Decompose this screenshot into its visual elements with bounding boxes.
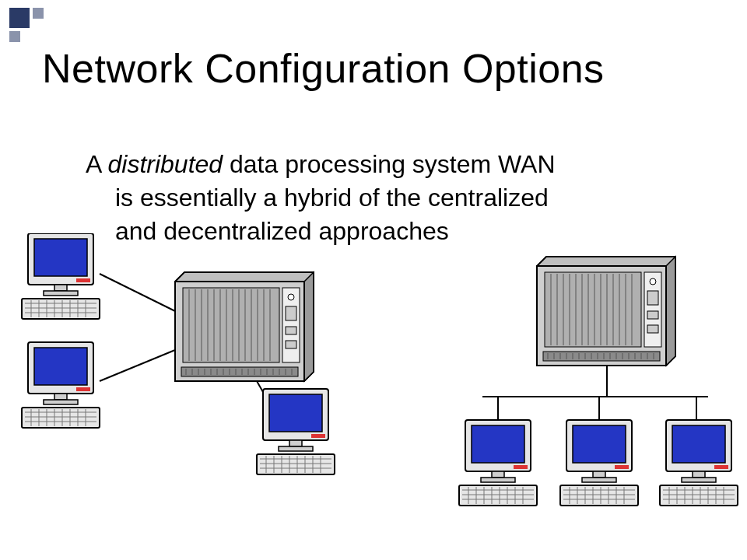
text: is essentially a hybrid of the centraliz… (115, 184, 549, 212)
text-emphasis: distributed (107, 150, 223, 178)
left-topology (22, 233, 335, 474)
text: A (86, 150, 107, 178)
desktop-computer-icon (257, 389, 335, 474)
desktop-computer-icon (459, 420, 537, 506)
desktop-computer-icon (22, 342, 100, 428)
text: data processing system WAN (223, 150, 555, 178)
network-diagram (0, 233, 747, 544)
right-topology (459, 257, 738, 506)
slide: Network Configuration Options A distribu… (0, 0, 747, 560)
server-rack-icon (537, 257, 675, 366)
svg-line-59 (100, 274, 175, 311)
slide-title: Network Configuration Options (42, 45, 605, 92)
server-rack-icon (175, 272, 314, 381)
desktop-computer-icon (22, 233, 100, 319)
desktop-computer-icon (560, 420, 638, 506)
svg-line-60 (100, 350, 175, 381)
desktop-computer-icon (660, 420, 738, 506)
